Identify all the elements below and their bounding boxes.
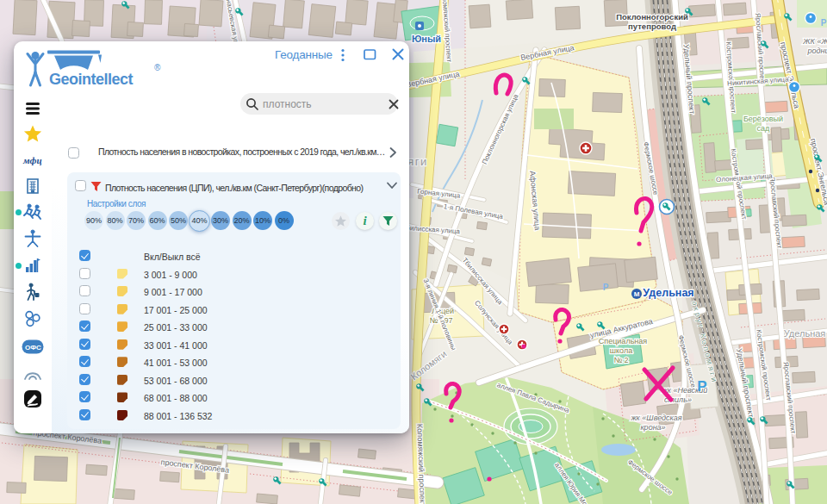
legend-checkbox-8[interactable] [79,391,90,402]
opacity-option-40[interactable]: 40% [189,210,210,232]
layer2-collapse-icon[interactable] [386,180,398,190]
layer1-checkbox[interactable] [68,147,79,159]
transit-stop-icon [809,170,812,173]
map-label: № 2 [613,356,628,364]
layer-info-button[interactable]: i [356,212,374,230]
legend-row: 41 001 - 53 000 [67,354,401,371]
legend-swatch [117,392,127,402]
opacity-option-30[interactable]: 30% [211,211,230,230]
legend-label: 88 001 - 136 532 [144,411,212,421]
logo-text: Geointellect [49,71,134,88]
running-icon [22,203,43,221]
info-icon: i [363,214,366,228]
poi-icon [805,13,817,24]
star-icon [334,215,347,227]
map-label: Берёзовый [743,115,783,123]
kebab-menu-icon[interactable] [337,48,349,62]
maximize-icon[interactable] [364,49,376,60]
map-label: сад [757,124,771,133]
layer-settings-link[interactable]: Настройки слоя [87,199,146,208]
layer1-expand-icon[interactable] [388,146,398,159]
legend-label: 68 001 - 88 000 [144,393,208,403]
favorite-layer-button[interactable] [332,212,350,230]
legend-swatch [117,357,127,367]
layer-item-density-card: Плотность населения (ЦПИ), чел./кв.км (С… [67,172,401,429]
legend-swatch [117,286,127,296]
legend-checkbox-5[interactable] [79,339,90,350]
map-label: Удельная [643,287,693,299]
menu-icon [24,102,41,115]
legend-swatch [117,269,127,279]
building-icon [25,178,40,194]
legend-master-checkbox[interactable] [79,250,90,261]
sidebar-item-arc[interactable] [14,364,52,386]
opacity-option-70[interactable]: 70% [127,211,146,230]
layer-filter-button[interactable] [379,212,397,230]
sidebar-item-body[interactable] [14,227,52,250]
legend-row: 33 001 - 41 000 [67,337,401,354]
parking-icon: Р [603,283,609,292]
legend-checkbox-6[interactable] [79,356,90,367]
arc-icon [23,369,42,381]
map-label: Юный [412,34,441,44]
sidebar-item-mfc[interactable]: мфц [14,149,52,171]
legend-checkbox-9[interactable] [79,409,90,420]
map-label: ЖК «Ж [802,37,827,46]
ofs-icon: ОФС [22,339,44,354]
search-clear-icon[interactable] [389,99,399,109]
parking-icon: Р [697,378,706,395]
opacity-option-90[interactable]: 90% [84,211,103,230]
legend-row: 68 001 - 88 000 [67,389,401,407]
opacity-option-0[interactable]: 0% [275,211,294,230]
legend-swatch [117,410,127,420]
legend-master-row: Вкл/Выкл всё [67,248,401,265]
search-value: плотность [263,98,312,110]
opacity-option-80[interactable]: 80% [106,211,125,230]
layer2-checkbox[interactable] [75,180,86,191]
opacity-option-10[interactable]: 10% [253,211,272,230]
legend-label: 41 001 - 53 000 [144,358,208,368]
chart-icon [24,257,41,274]
legend-label: 25 001 - 33 000 [144,322,208,333]
sidebar-item-building[interactable] [14,175,52,197]
opacity-option-50[interactable]: 50% [169,211,188,230]
opacity-option-20[interactable]: 20% [233,211,252,230]
legend-row: 25 001 - 33 000 [67,319,401,336]
legend-checkbox-4[interactable] [79,320,90,332]
map-label: Поклонногорский [616,12,688,22]
sidebar-item-favorites[interactable] [14,122,52,145]
active-layer-dot [16,263,22,269]
svg-text:ОФС: ОФС [25,344,41,352]
legend-row: 9 001 - 17 000 [67,283,401,301]
logo-cap-icon [47,51,102,71]
geointellect-app: Вербная улицаВербная улицаПоклонногорски… [0,0,827,504]
legend-checkbox-7[interactable] [79,374,90,385]
layer-item-novostroiki[interactable]: Плотность населения в новостройках, пост… [64,134,401,167]
poi-icon [789,82,800,93]
svg-text:М: М [634,290,640,298]
legend-checkbox-1[interactable] [79,268,90,279]
walker-icon [24,283,41,302]
sidebar-item-draw[interactable] [14,388,52,410]
sidebar-item-cluster[interactable] [14,308,52,330]
legend-row: 17 001 - 25 000 [67,302,401,319]
mfc-icon: мфц [22,154,43,166]
map-label: путепровод [628,22,676,31]
svg-text:мфц: мфц [22,155,42,165]
filter-funnel-icon [382,215,394,227]
legend-checkbox-3[interactable] [79,303,90,314]
legend-label: 9 001 - 17 000 [144,287,202,297]
search-input[interactable]: плотность [240,93,398,115]
map-label: школа [610,346,632,355]
panel-title: Геоданные [275,48,333,61]
opacity-option-60[interactable]: 60% [148,211,167,230]
map-label: Специальная [599,337,647,345]
sidebar-item-ofs[interactable]: ОФС [14,335,52,358]
active-layer-dot [16,209,22,215]
sidebar-item-menu[interactable] [14,97,52,120]
parking-icon: Р [821,18,827,28]
close-icon[interactable] [392,48,404,60]
sidebar-item-walker[interactable] [14,281,52,303]
legend-swatch [117,339,127,350]
legend-checkbox-2[interactable] [79,285,90,296]
